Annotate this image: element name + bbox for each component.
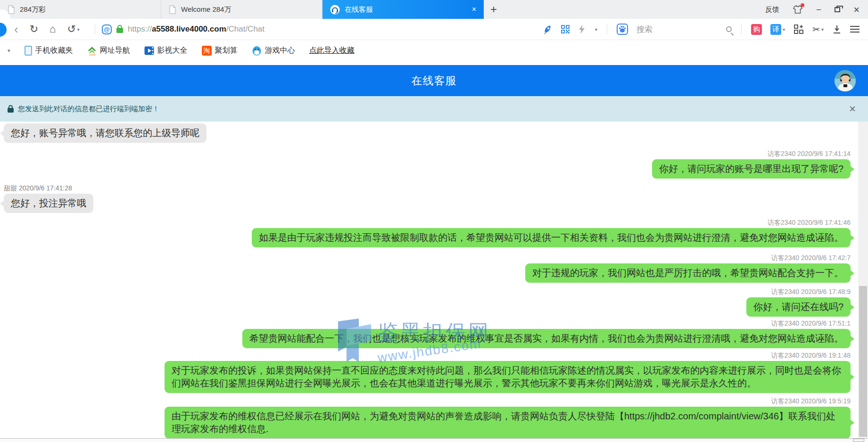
new-tab-button[interactable]: + [484,0,504,19]
translate-button[interactable]: 译 ▾ [770,24,785,35]
feedback-button[interactable]: 反馈 [765,5,779,14]
message-timestamp: 访客2340 2020/9/6 19:1:48 [771,352,851,359]
notice-close-icon[interactable]: × [849,103,856,115]
baidu-search-icon[interactable] [617,24,628,35]
lightning-speed-icon[interactable] [579,25,585,34]
bookmark-label: 游戏中心 [265,46,295,56]
browser-logo-button[interactable] [0,23,7,37]
search-icon[interactable] [726,26,732,32]
taobao-icon: 淘 [202,46,212,56]
vertical-scrollbar[interactable] [858,122,868,438]
chevron-down-icon[interactable]: ▾ [595,27,597,32]
chevron-down-icon: ▾ [77,27,80,32]
url-path: /Chat/Chat [226,25,265,33]
back-button[interactable]: ‹ [14,24,18,34]
2345-nav-icon: 2345 [87,46,97,56]
chat-message-right: 访客2340 2020/9/6 17:51:1 希望贵网站能配合一下，我们也是想… [0,319,868,348]
shopping-button[interactable]: 购 [751,24,762,35]
menu-icon[interactable] [850,26,860,33]
bookmark-mobile-favorites[interactable]: 手机收藏夹 [25,46,73,56]
bookmark-site-navigation[interactable]: 2345 网址导航 [87,46,130,56]
message-timestamp: 访客2340 2020/9/6 17:48:9 [771,288,851,295]
browser-window: 284万彩 Welcome 284万 在线客服 × + 反馈 − [0,0,868,442]
svg-text:2345: 2345 [89,53,96,56]
chat-message-right: 访客2340 2020/9/6 19:5:19 由于玩家发布的维权信息已经展示在… [0,397,868,439]
message-bubble: 您好，投注异常哦 [4,194,93,213]
tab-welcome[interactable]: Welcome 284万 [161,0,322,19]
extensions-grid-icon[interactable] [794,24,804,34]
chat-message-right: 访客2340 2020/9/6 17:41:46 如果是由于玩家违规投注而导致被… [0,219,868,247]
tab-close-icon[interactable]: × [470,5,478,14]
scissors-icon: ✂ [812,24,820,35]
phone-icon [25,46,32,56]
chevron-down-icon: ▾ [783,27,785,32]
bookmark-import-link[interactable]: 点此导入收藏 [309,46,355,56]
tab-title: 在线客服 [345,5,373,14]
address-bar[interactable]: https://a5588.live4000.com/Chat/Chat [128,25,265,34]
message-bubble: 希望贵网站能配合一下，我们也是想核实玩家发布的维权事宜是否属实，如果有内情，我们… [242,329,851,348]
bookmark-label: 手机收藏夹 [35,46,73,56]
chat-page-header: 在线客服 [0,65,868,96]
message-timestamp: 甜甜 2020/9/6 17:41:28 [4,184,72,192]
bookmark-label: 网址导航 [100,46,130,56]
skin-theme-button[interactable] [793,5,803,14]
bookmarks-bar: ▾ 手机收藏夹 2345 网址导航 影视大全 淘 聚划算 游戏中心 点此导入收藏 [0,40,868,61]
translate-icon: 译 [770,24,781,35]
screenshot-button[interactable]: ✂ ▾ [812,24,824,35]
message-bubble: 您好，账号异常哦，请您联系您的上级导师呢 [4,123,207,143]
notification-dot [801,3,804,7]
reload-button[interactable]: ↻ [30,24,38,34]
download-icon[interactable] [832,25,842,34]
window-close-button[interactable]: × [853,5,860,14]
chat-message-area[interactable]: 您好，账号异常哦，请您联系您的上级导师呢 访客2340 2020/9/6 17:… [0,122,868,442]
message-bubble: 由于玩家发布的维权信息已经展示在我们网站，为避免对贵网站的声誉造成影响，请贵网站… [165,407,851,439]
tab-bar: 284万彩 Welcome 284万 在线客服 × + 反馈 − [0,0,868,19]
film-icon [144,46,154,56]
document-icon [169,5,176,14]
chevron-down-icon: ▾ [821,27,824,32]
message-bubble: 对于违规的玩家，我们网站也是严厉打击的哦，希望贵网站配合支持一下。 [525,263,851,283]
scrollbar-corner [853,439,864,442]
qr-code-icon[interactable] [561,25,570,34]
message-bubble: 对于玩家发布的投诉，如果贵网站保持一直不回应的态度来对待此问题，那么我们只能相信… [165,361,851,393]
message-timestamp: 访客2340 2020/9/6 17:51:1 [771,319,851,327]
message-timestamp: 访客2340 2020/9/6 17:41:14 [768,150,851,157]
lock-icon [8,108,14,113]
chat-message-left: 甜甜 2020/9/6 17:41:28 您好，投注异常哦 [0,184,868,213]
bookmarks-chevron-icon[interactable]: ▾ [8,48,10,54]
bookmark-video[interactable]: 影视大全 [144,46,188,56]
bookmark-juhuasuan[interactable]: 淘 聚划算 [202,46,238,56]
bookmark-label: 点此导入收藏 [309,46,355,56]
scrollbar-thumb[interactable] [859,286,867,437]
bookmark-game-center[interactable]: 游戏中心 [252,46,295,56]
customer-service-avatar[interactable] [835,70,856,91]
encryption-notice-bar: 您发送到此对话的信息都已进行端到端加密！ × [0,96,868,122]
customer-service-headset-icon [330,5,340,15]
message-bubble: 你好，请问还在线吗? [746,297,851,317]
chat-message-right: 访客2340 2020/9/6 19:1:48 对于玩家发布的投诉，如果贵网站保… [0,352,868,393]
rocket-boost-icon[interactable] [543,25,552,34]
penguin-icon [252,46,262,56]
https-lock-icon[interactable] [116,28,123,33]
search-label[interactable]: 搜索 [637,24,653,35]
site-info-icon[interactable]: @ [102,25,112,34]
message-bubble: 如果是由于玩家违规投注而导致被限制取款的话，希望贵网站可以提供一下相关资料，我们… [252,228,851,247]
window-restore-button[interactable] [835,7,840,12]
message-timestamp: 访客2340 2020/9/6 19:5:19 [771,397,851,405]
browser-toolbar: ‹ ↻ ⌂ ↺ ▾ @ https://a5588.live4000.com/C… [0,19,868,40]
avatar-photo [835,70,856,91]
message-timestamp: 访客2340 2020/9/6 17:42:7 [771,254,851,262]
horizontal-scrollbar[interactable] [0,438,868,442]
undo-closed-tab-button[interactable]: ↺ ▾ [67,24,79,34]
tab-online-service[interactable]: 在线客服 × [322,0,484,19]
message-bubble: 你好，请问玩家的账号是哪里出现了异常呢? [652,159,851,179]
window-minimize-button[interactable]: − [816,5,821,14]
toolbar-divider [741,24,742,35]
encryption-notice-text: 您发送到此对话的信息都已进行端到端加密！ [18,105,159,114]
home-button[interactable]: ⌂ [50,24,56,34]
toolbar-divider [607,24,607,35]
chat-message-right: 访客2340 2020/9/6 17:48:9 你好，请问还在线吗? [0,288,868,317]
tab-284wancai[interactable]: 284万彩 [0,0,161,19]
url-scheme: https:// [128,25,152,33]
tab-title: Welcome 284万 [181,5,231,14]
